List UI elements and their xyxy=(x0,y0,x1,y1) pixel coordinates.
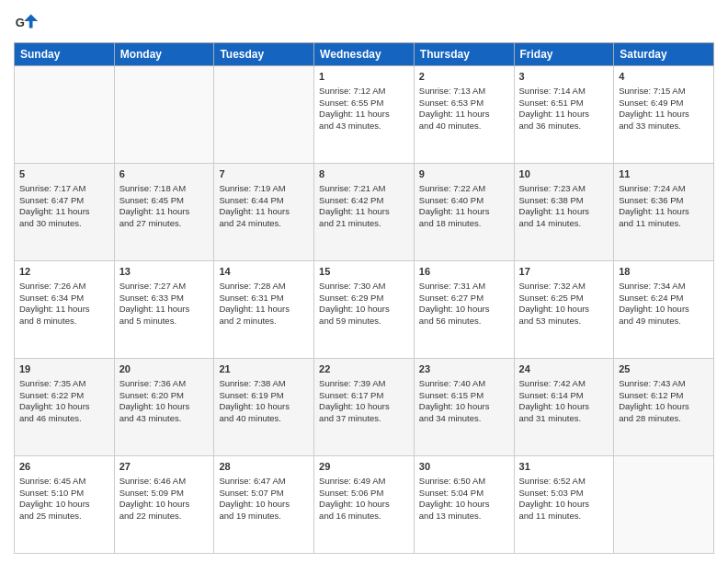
day-info-line: Daylight: 10 hours xyxy=(619,304,709,316)
day-number: 16 xyxy=(419,265,509,279)
day-info-line: and 43 minutes. xyxy=(319,121,409,132)
day-info-line: and 22 minutes. xyxy=(119,511,210,523)
calendar-cell: 20Sunrise: 7:36 AMSunset: 6:20 PMDayligh… xyxy=(114,359,214,456)
calendar-cell: 22Sunrise: 7:39 AMSunset: 6:17 PMDayligh… xyxy=(314,359,415,456)
day-info-line: Sunrise: 7:36 AM xyxy=(119,378,210,390)
day-info-line: Daylight: 10 hours xyxy=(319,401,409,413)
day-info-line: Daylight: 10 hours xyxy=(419,304,509,316)
calendar-cell: 15Sunrise: 7:30 AMSunset: 6:29 PMDayligh… xyxy=(314,261,415,359)
calendar-cell: 10Sunrise: 7:23 AMSunset: 6:38 PMDayligh… xyxy=(514,164,614,261)
calendar-cell: 4Sunrise: 7:15 AMSunset: 6:49 PMDaylight… xyxy=(614,66,714,164)
day-info-line: Daylight: 10 hours xyxy=(419,499,509,511)
day-info-line: and 46 minutes. xyxy=(19,413,109,425)
day-info-line: Sunrise: 7:43 AM xyxy=(619,378,709,390)
calendar-cell: 28Sunrise: 6:47 AMSunset: 5:07 PMDayligh… xyxy=(214,456,314,554)
day-info-line: Sunset: 5:03 PM xyxy=(519,488,609,500)
day-info-line: Sunset: 6:19 PM xyxy=(219,390,309,402)
weekday-header-monday: Monday xyxy=(114,43,214,66)
day-number: 7 xyxy=(219,167,309,181)
day-number: 26 xyxy=(19,460,109,474)
calendar-week-0: 1Sunrise: 7:12 AMSunset: 6:55 PMDaylight… xyxy=(15,66,714,164)
day-info-line: Sunset: 6:33 PM xyxy=(119,293,210,304)
day-number: 27 xyxy=(119,460,210,474)
day-info-line: Daylight: 11 hours xyxy=(619,206,709,218)
day-info-line: Sunset: 6:53 PM xyxy=(419,98,509,109)
day-info-line: Daylight: 10 hours xyxy=(19,401,109,413)
day-info-line: and 31 minutes. xyxy=(519,413,609,425)
weekday-header-tuesday: Tuesday xyxy=(214,43,314,66)
calendar-table: SundayMondayTuesdayWednesdayThursdayFrid… xyxy=(14,42,714,554)
calendar-header: SundayMondayTuesdayWednesdayThursdayFrid… xyxy=(15,43,714,66)
calendar-cell: 30Sunrise: 6:50 AMSunset: 5:04 PMDayligh… xyxy=(414,456,514,554)
calendar-cell: 8Sunrise: 7:21 AMSunset: 6:42 PMDaylight… xyxy=(314,164,415,261)
day-info-line: Sunset: 6:25 PM xyxy=(519,293,609,304)
day-number: 29 xyxy=(319,460,409,474)
day-info-line: Daylight: 10 hours xyxy=(119,499,210,511)
day-info-line: Sunrise: 7:38 AM xyxy=(219,378,309,390)
calendar-cell: 24Sunrise: 7:42 AMSunset: 6:14 PMDayligh… xyxy=(514,359,614,456)
day-info-line: Daylight: 11 hours xyxy=(19,304,109,316)
calendar-cell: 6Sunrise: 7:18 AMSunset: 6:45 PMDaylight… xyxy=(114,164,214,261)
day-info-line: Daylight: 10 hours xyxy=(319,304,409,316)
day-info-line: Sunset: 6:29 PM xyxy=(319,293,409,304)
day-info-line: Sunrise: 6:46 AM xyxy=(119,476,210,488)
calendar-week-4: 26Sunrise: 6:45 AMSunset: 5:10 PMDayligh… xyxy=(15,456,714,554)
day-number: 21 xyxy=(219,362,309,376)
day-info-line: Sunset: 6:17 PM xyxy=(319,390,409,402)
day-info-line: Sunset: 5:07 PM xyxy=(219,488,309,500)
calendar-cell: 29Sunrise: 6:49 AMSunset: 5:06 PMDayligh… xyxy=(314,456,415,554)
day-number: 25 xyxy=(619,362,709,376)
calendar-cell: 13Sunrise: 7:27 AMSunset: 6:33 PMDayligh… xyxy=(114,261,214,359)
day-info-line: Sunset: 6:49 PM xyxy=(619,98,709,109)
weekday-header-thursday: Thursday xyxy=(414,43,514,66)
day-info-line: Sunset: 6:42 PM xyxy=(319,195,409,207)
day-info-line: Daylight: 10 hours xyxy=(319,499,409,511)
logo: G xyxy=(14,9,43,35)
calendar-week-1: 5Sunrise: 7:17 AMSunset: 6:47 PMDaylight… xyxy=(15,164,714,261)
day-number: 1 xyxy=(319,70,409,84)
day-info-line: and 11 minutes. xyxy=(519,511,609,523)
day-number: 15 xyxy=(319,265,409,279)
day-info-line: Daylight: 10 hours xyxy=(419,401,509,413)
header: G xyxy=(14,9,714,35)
day-info-line: and 34 minutes. xyxy=(419,413,509,425)
day-info-line: and 16 minutes. xyxy=(319,511,409,523)
day-number: 13 xyxy=(119,265,210,279)
day-info-line: Daylight: 10 hours xyxy=(219,401,309,413)
calendar-cell: 23Sunrise: 7:40 AMSunset: 6:15 PMDayligh… xyxy=(414,359,514,456)
day-number: 2 xyxy=(419,70,509,84)
day-info-line: Sunrise: 6:49 AM xyxy=(319,476,409,488)
day-info-line: Sunset: 6:22 PM xyxy=(19,390,109,402)
day-info-line: Sunrise: 6:50 AM xyxy=(419,476,509,488)
day-number: 23 xyxy=(419,362,509,376)
day-number: 10 xyxy=(519,167,609,181)
day-number: 14 xyxy=(219,265,309,279)
calendar-week-2: 12Sunrise: 7:26 AMSunset: 6:34 PMDayligh… xyxy=(15,261,714,359)
day-info-line: Daylight: 10 hours xyxy=(19,499,109,511)
day-info-line: Daylight: 10 hours xyxy=(519,401,609,413)
day-info-line: and 25 minutes. xyxy=(19,511,109,523)
weekday-header-sunday: Sunday xyxy=(15,43,115,66)
day-info-line: Sunset: 6:47 PM xyxy=(19,195,109,207)
day-info-line: Sunset: 6:20 PM xyxy=(119,390,210,402)
day-info-line: and 24 minutes. xyxy=(219,218,309,230)
day-info-line: Sunrise: 6:45 AM xyxy=(19,476,109,488)
calendar-cell: 7Sunrise: 7:19 AMSunset: 6:44 PMDaylight… xyxy=(214,164,314,261)
day-info-line: Sunrise: 6:52 AM xyxy=(519,476,609,488)
day-number: 31 xyxy=(519,460,609,474)
day-info-line: and 59 minutes. xyxy=(319,316,409,327)
day-info-line: and 43 minutes. xyxy=(119,413,210,425)
day-info-line: Sunset: 5:10 PM xyxy=(19,488,109,500)
day-info-line: Sunrise: 7:24 AM xyxy=(619,183,709,195)
day-info-line: Sunrise: 7:23 AM xyxy=(519,183,609,195)
day-info-line: and 37 minutes. xyxy=(319,413,409,425)
day-info-line: Sunset: 6:36 PM xyxy=(619,195,709,207)
day-info-line: Sunrise: 7:39 AM xyxy=(319,378,409,390)
day-info-line: and 11 minutes. xyxy=(619,218,709,230)
calendar-cell: 25Sunrise: 7:43 AMSunset: 6:12 PMDayligh… xyxy=(614,359,714,456)
day-info-line: Sunset: 5:09 PM xyxy=(119,488,210,500)
day-info-line: Sunset: 6:38 PM xyxy=(519,195,609,207)
day-info-line: and 53 minutes. xyxy=(519,316,609,327)
svg-marker-1 xyxy=(24,15,38,29)
day-info-line: Sunrise: 7:42 AM xyxy=(519,378,609,390)
